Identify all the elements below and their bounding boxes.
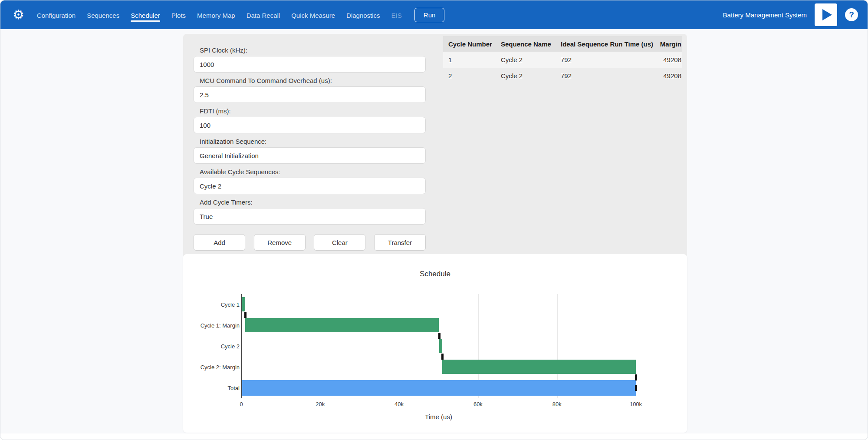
chart-plot-area	[241, 294, 636, 398]
table-header-sequence-name: Sequence Name	[496, 40, 556, 48]
nav-item-quick-measure[interactable]: Quick Measure	[291, 7, 335, 23]
schedule-card: Schedule Cycle 1Cycle 1: MarginCycle 2Cy…	[183, 254, 687, 433]
form-buttons-row: AddRemoveClearTransfer	[194, 234, 426, 251]
bar-end-marker	[635, 385, 637, 391]
run-button[interactable]: Run	[414, 8, 445, 22]
schedule-chart: Cycle 1Cycle 1: MarginCycle 2Cycle 2: Ma…	[183, 254, 687, 433]
help-icon[interactable]: ?	[845, 8, 858, 21]
table-cell: Cycle 2	[496, 72, 556, 79]
nav-item-sequences[interactable]: Sequences	[87, 7, 119, 23]
clear-button[interactable]: Clear	[314, 234, 365, 251]
transfer-button[interactable]: Transfer	[374, 234, 426, 251]
table-cell: 792	[556, 56, 656, 63]
nav-item-configuration[interactable]: Configuration	[37, 7, 76, 23]
app-title: Battery Management System	[723, 11, 807, 19]
navbar-right: Battery Management System ?	[723, 3, 858, 26]
chart-x-axis-label: Time (us)	[241, 413, 636, 420]
field-label-available-cycle-sequences: Available Cycle Sequences:	[200, 168, 426, 175]
field-label-initialization-sequence: Initialization Sequence:	[200, 138, 426, 145]
navbar: ⚙ ConfigurationSequencesSchedulerPlotsMe…	[0, 0, 868, 29]
chart-bar-cycle-1	[242, 297, 245, 311]
field-label-mcu-command-to-command-overhead-us: MCU Command To Command Overhead (us):	[200, 77, 426, 84]
bar-end-marker	[635, 374, 637, 380]
chart-bar-cycle-2	[439, 339, 442, 353]
table-cell: Cycle 2	[496, 56, 556, 63]
cycle-table-column: Cycle NumberSequence NameIdeal Sequence …	[443, 36, 682, 251]
play-button[interactable]	[815, 3, 837, 26]
field-label-add-cycle-timers: Add Cycle Timers:	[200, 198, 426, 206]
table-header-row: Cycle NumberSequence NameIdeal Sequence …	[443, 36, 682, 52]
chart-bar-total	[242, 380, 636, 396]
table-header-cycle-number: Cycle Number	[443, 40, 496, 48]
nav-item-eis[interactable]: EIS	[391, 7, 402, 23]
table-cell: 2	[443, 72, 496, 79]
table-cell: 792	[556, 72, 656, 79]
gear-icon[interactable]: ⚙	[13, 8, 24, 21]
x-tick-label: 0	[240, 401, 243, 407]
x-tick-label: 60k	[473, 401, 483, 407]
x-tick-label: 20k	[316, 401, 325, 407]
field-label-fdti-ms: FDTI (ms):	[200, 107, 426, 115]
chart-bar-cycle-1-margin	[245, 318, 439, 332]
table-header-margin: Margin	[656, 40, 682, 48]
nav-item-memory-map[interactable]: Memory Map	[197, 7, 235, 23]
nav-item-scheduler[interactable]: Scheduler	[131, 7, 160, 23]
y-tick-label-cycle-2-margin: Cycle 2: Margin	[183, 357, 240, 377]
nav-item-diagnostics[interactable]: Diagnostics	[346, 7, 380, 23]
nav-item-plots[interactable]: Plots	[171, 7, 186, 23]
field-input-available-cycle-sequences[interactable]	[194, 178, 426, 194]
bar-end-marker	[441, 354, 444, 360]
field-input-initialization-sequence[interactable]	[194, 147, 426, 164]
table-row[interactable]: 1Cycle 279249208	[443, 52, 682, 68]
field-input-fdti-ms[interactable]	[194, 117, 426, 133]
gridline	[636, 294, 636, 398]
table-cell: 1	[443, 56, 496, 63]
x-tick-label: 40k	[395, 401, 404, 407]
footer-strip	[0, 433, 868, 440]
table-row[interactable]: 2Cycle 279249208	[443, 68, 682, 84]
y-tick-label-cycle-1-margin: Cycle 1: Margin	[183, 315, 240, 336]
config-form: SPI Clock (kHz):MCU Command To Command O…	[194, 42, 426, 251]
field-input-spi-clock-khz[interactable]	[194, 56, 426, 73]
nav-items: ConfigurationSequencesSchedulerPlotsMemo…	[31, 7, 408, 23]
field-label-spi-clock-khz: SPI Clock (kHz):	[200, 46, 426, 54]
field-input-add-cycle-timers[interactable]	[194, 208, 426, 225]
chart-bar-cycle-2-margin	[442, 360, 636, 374]
play-icon	[822, 9, 832, 20]
form-fields: SPI Clock (kHz):MCU Command To Command O…	[194, 46, 426, 225]
field-input-mcu-command-to-command-overhead-us[interactable]	[194, 86, 426, 103]
remove-button[interactable]: Remove	[254, 234, 306, 251]
bar-end-marker	[438, 333, 441, 339]
app-window: ⚙ ConfigurationSequencesSchedulerPlotsMe…	[0, 0, 868, 440]
scheduler-config-panel: SPI Clock (kHz):MCU Command To Command O…	[183, 34, 687, 258]
y-tick-label-cycle-2: Cycle 2	[183, 336, 240, 357]
table-header-ideal-sequence-run-time-us: Ideal Sequence Run Time (us)	[556, 40, 656, 48]
y-tick-label-total: Total	[183, 377, 240, 398]
chart-y-labels: Cycle 1Cycle 1: MarginCycle 2Cycle 2: Ma…	[183, 294, 240, 398]
cycle-table: Cycle NumberSequence NameIdeal Sequence …	[443, 36, 682, 84]
table-cell: 49208	[656, 72, 682, 79]
nav-item-data-recall[interactable]: Data Recall	[247, 7, 280, 23]
y-tick-label-cycle-1: Cycle 1	[183, 294, 240, 315]
bar-end-marker	[244, 312, 247, 318]
x-tick-label: 80k	[552, 401, 562, 407]
x-tick-label: 100k	[630, 401, 642, 407]
table-cell: 49208	[656, 56, 682, 63]
add-button[interactable]: Add	[194, 234, 245, 251]
